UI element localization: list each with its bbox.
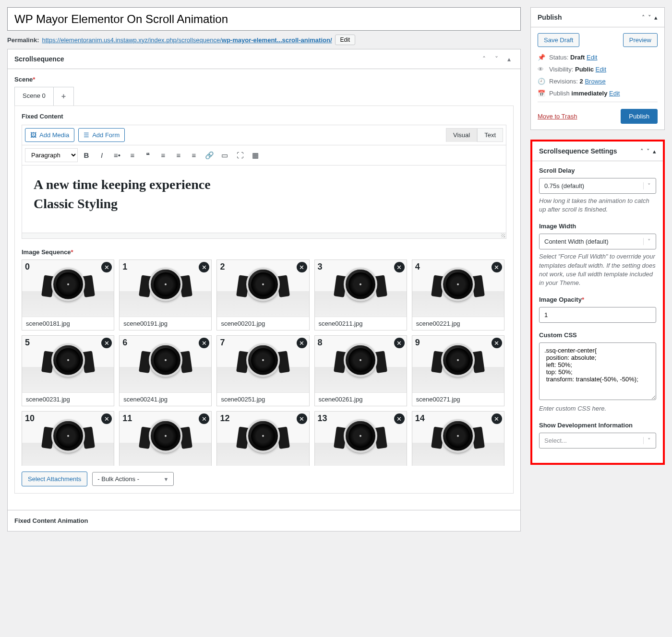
add-scene-button[interactable]: + xyxy=(53,87,74,106)
select-attachments-button[interactable]: Select Attachments xyxy=(22,472,87,486)
remove-image-icon[interactable]: ✕ xyxy=(394,338,405,348)
remove-image-icon[interactable]: ✕ xyxy=(101,413,112,424)
remove-image-icon[interactable]: ✕ xyxy=(101,338,112,348)
remove-image-icon[interactable]: ✕ xyxy=(297,262,307,272)
form-icon: ☰ xyxy=(84,131,89,139)
remove-image-icon[interactable]: ✕ xyxy=(199,413,209,424)
image-sequence-item[interactable]: 2✕scene00201.jpg xyxy=(216,260,309,330)
image-sequence-item[interactable]: 0✕scene00181.jpg xyxy=(22,260,114,330)
move-down-icon[interactable]: ˅ xyxy=(492,54,501,64)
image-sequence-item[interactable]: 9✕scene00271.jpg xyxy=(412,335,504,406)
editor-tab-visual[interactable]: Visual xyxy=(446,128,477,142)
remove-image-icon[interactable]: ✕ xyxy=(394,413,405,424)
scroll-delay-select[interactable]: 0.75s (default)˅ xyxy=(539,178,656,194)
image-filename: scene00191.jpg xyxy=(120,317,211,330)
align-right-icon[interactable]: ≡ xyxy=(187,149,201,162)
quote-icon[interactable]: ❝ xyxy=(141,149,155,162)
scrollsequence-metabox-title: Scrollsequence xyxy=(14,55,64,63)
move-down-icon[interactable]: ˅ xyxy=(648,14,651,21)
image-filename: scene00261.jpg xyxy=(315,392,407,406)
remove-image-icon[interactable]: ✕ xyxy=(199,338,209,348)
preview-button[interactable]: Preview xyxy=(623,33,658,47)
remove-image-icon[interactable]: ✕ xyxy=(297,413,307,424)
bold-icon[interactable]: B xyxy=(80,149,93,162)
toggle-icon[interactable]: ▴ xyxy=(654,14,658,21)
editor-content[interactable]: A new time keeping experience Classic St… xyxy=(22,165,506,233)
add-form-button[interactable]: ☰Add Form xyxy=(78,128,125,142)
image-index: 3 xyxy=(318,262,323,272)
image-index: 1 xyxy=(122,262,127,272)
readmore-icon[interactable]: ▭ xyxy=(218,149,231,162)
remove-image-icon[interactable]: ✕ xyxy=(492,338,502,348)
fullscreen-icon[interactable]: ⛶ xyxy=(233,149,247,162)
move-to-trash-link[interactable]: Move to Trash xyxy=(538,113,577,120)
media-icon: 🖼 xyxy=(30,131,36,139)
image-sequence-item[interactable]: 6✕scene00241.jpg xyxy=(119,335,212,406)
save-draft-button[interactable]: Save Draft xyxy=(538,33,579,47)
permalink-url[interactable]: https://elementoranim.us4.instawp.xyz/in… xyxy=(42,36,332,44)
fixed-content-label: Fixed Content xyxy=(22,113,506,120)
image-index: 5 xyxy=(25,338,30,348)
number-list-icon[interactable]: ≡ xyxy=(126,149,139,162)
tab-scene-0[interactable]: Scene 0 xyxy=(14,87,54,106)
editor-resize-handle[interactable] xyxy=(22,233,506,238)
image-sequence-item[interactable]: 12✕ xyxy=(216,411,309,466)
toggle-icon[interactable]: ▴ xyxy=(653,148,656,155)
move-down-icon[interactable]: ˅ xyxy=(647,148,650,155)
toolbar-toggle-icon[interactable]: ▦ xyxy=(249,149,262,162)
remove-image-icon[interactable]: ✕ xyxy=(199,262,209,272)
edit-publish-date-link[interactable]: Edit xyxy=(609,90,620,97)
permalink-edit-button[interactable]: Edit xyxy=(335,35,356,45)
image-sequence-item[interactable]: 11✕ xyxy=(119,411,212,466)
image-sequence-item[interactable]: 3✕scene00211.jpg xyxy=(314,260,407,330)
remove-image-icon[interactable]: ✕ xyxy=(101,262,112,272)
image-sequence-label: Image Sequence xyxy=(22,248,71,256)
align-center-icon[interactable]: ≡ xyxy=(172,149,185,162)
image-sequence-item[interactable]: 14✕ xyxy=(412,411,504,466)
image-sequence-item[interactable]: 5✕scene00231.jpg xyxy=(22,335,114,406)
image-sequence-item[interactable]: 1✕scene00191.jpg xyxy=(119,260,212,330)
image-sequence-item[interactable]: 13✕ xyxy=(314,411,407,466)
editor-tab-text[interactable]: Text xyxy=(477,128,503,142)
image-sequence-item[interactable]: 7✕scene00251.jpg xyxy=(216,335,309,406)
move-up-icon[interactable]: ˄ xyxy=(479,54,489,64)
image-filename: scene00211.jpg xyxy=(315,317,407,330)
image-filename: scene00201.jpg xyxy=(217,317,309,330)
custom-css-textarea[interactable]: .ssq-center-center{ position: absolute; … xyxy=(539,342,656,400)
pin-icon: 📌 xyxy=(538,54,545,61)
image-filename: scene00251.jpg xyxy=(217,392,309,406)
image-index: 9 xyxy=(415,338,420,348)
image-opacity-input[interactable] xyxy=(539,307,656,323)
dev-info-select[interactable]: Select...˅ xyxy=(539,433,656,448)
link-icon[interactable]: 🔗 xyxy=(203,149,216,162)
format-select[interactable]: Paragraph xyxy=(25,148,78,162)
post-title-input[interactable] xyxy=(7,7,521,31)
permalink-label: Permalink: xyxy=(7,36,39,44)
remove-image-icon[interactable]: ✕ xyxy=(394,262,405,272)
edit-status-link[interactable]: Edit xyxy=(587,54,597,61)
image-filename: scene00231.jpg xyxy=(22,392,114,406)
toggle-icon[interactable]: ▴ xyxy=(504,54,514,64)
align-left-icon[interactable]: ≡ xyxy=(156,149,170,162)
remove-image-icon[interactable]: ✕ xyxy=(492,262,502,272)
remove-image-icon[interactable]: ✕ xyxy=(297,338,307,348)
image-width-help: Select "Force Full Width" to overrride y… xyxy=(539,252,656,287)
dev-info-label: Show Development Information xyxy=(539,422,656,429)
move-up-icon[interactable]: ˄ xyxy=(642,14,645,21)
bullet-list-icon[interactable]: ≡• xyxy=(110,149,124,162)
browse-revisions-link[interactable]: Browse xyxy=(585,78,605,85)
image-width-select[interactable]: Content Width (default)˅ xyxy=(539,234,656,249)
image-index: 14 xyxy=(415,413,425,424)
image-sequence-item[interactable]: 4✕scene00221.jpg xyxy=(412,260,504,330)
editor-heading-2: Classic Styling xyxy=(34,196,494,212)
scene-label: Scene xyxy=(14,76,33,83)
image-sequence-item[interactable]: 8✕scene00261.jpg xyxy=(314,335,407,406)
add-media-button[interactable]: 🖼Add Media xyxy=(25,128,74,142)
edit-visibility-link[interactable]: Edit xyxy=(596,66,606,73)
move-up-icon[interactable]: ˄ xyxy=(640,148,644,155)
italic-icon[interactable]: I xyxy=(95,149,108,162)
bulk-actions-select[interactable]: - Bulk Actions -▼ xyxy=(92,472,174,486)
remove-image-icon[interactable]: ✕ xyxy=(492,413,502,424)
publish-button[interactable]: Publish xyxy=(621,109,658,124)
image-sequence-item[interactable]: 10✕ xyxy=(22,411,114,466)
